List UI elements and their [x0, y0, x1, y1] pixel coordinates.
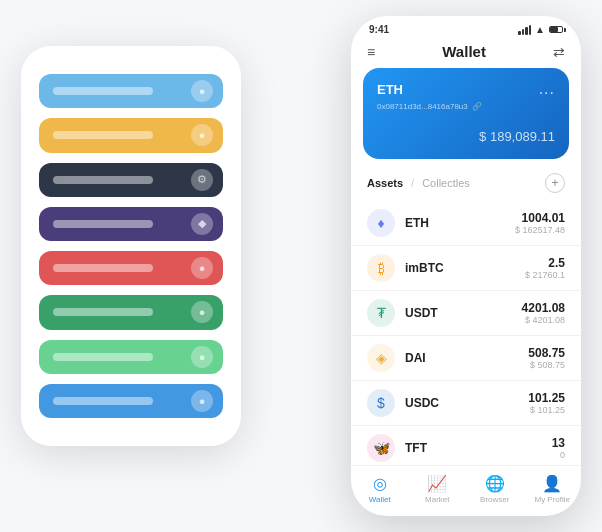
asset-item[interactable]: ♦ETH1004.01$ 162517.48: [351, 201, 581, 245]
nav-icon: ◎: [373, 474, 387, 493]
card-icon: ◆: [191, 213, 213, 235]
card-label: [53, 87, 153, 95]
asset-primary-amount: 1004.01: [515, 211, 565, 225]
asset-secondary-amount: $ 4201.08: [522, 315, 565, 325]
asset-item[interactable]: ₿imBTC2.5$ 21760.1: [351, 245, 581, 290]
nav-item-browser[interactable]: 🌐Browser: [466, 474, 524, 504]
asset-secondary-amount: $ 508.75: [528, 360, 565, 370]
asset-secondary-amount: 0: [552, 450, 565, 460]
asset-amounts: 101.25$ 101.25: [528, 391, 565, 415]
asset-amounts: 508.75$ 508.75: [528, 346, 565, 370]
asset-amounts: 1004.01$ 162517.48: [515, 211, 565, 235]
asset-name: ETH: [405, 216, 505, 230]
asset-primary-amount: 2.5: [525, 256, 565, 270]
nav-label: Wallet: [369, 495, 391, 504]
asset-secondary-amount: $ 21760.1: [525, 270, 565, 280]
eth-card-header: ETH ...: [377, 80, 555, 98]
card-icon: ●: [191, 346, 213, 368]
time-label: 9:41: [369, 24, 389, 35]
asset-primary-amount: 13: [552, 436, 565, 450]
tab-divider: /: [411, 177, 414, 189]
phone-back: ●●⚙◆●●●●: [21, 46, 241, 446]
tab-assets[interactable]: Assets: [367, 177, 403, 189]
card-label: [53, 220, 153, 228]
asset-icon: ₮: [367, 299, 395, 327]
asset-item[interactable]: ₮USDT4201.08$ 4201.08: [351, 290, 581, 335]
page-title: Wallet: [442, 43, 486, 60]
phone-front: 9:41 ▲ ≡ Wallet ⇄ ETH: [351, 16, 581, 516]
tab-collectibles[interactable]: Collectles: [422, 177, 470, 189]
asset-amounts: 4201.08$ 4201.08: [522, 301, 565, 325]
nav-label: My Profile: [534, 495, 570, 504]
currency-symbol: $: [479, 129, 490, 144]
asset-item[interactable]: 🦋TFT130: [351, 425, 581, 465]
asset-item[interactable]: ◈DAI508.75$ 508.75: [351, 335, 581, 380]
eth-card-menu[interactable]: ...: [539, 80, 555, 98]
nav-icon: 📈: [427, 474, 447, 493]
asset-secondary-amount: $ 162517.48: [515, 225, 565, 235]
eth-card-address: 0x08711d3d...8416a78u3 🔗: [377, 102, 555, 111]
nav-item-market[interactable]: 📈Market: [409, 474, 467, 504]
nav-label: Browser: [480, 495, 509, 504]
asset-list: ♦ETH1004.01$ 162517.48₿imBTC2.5$ 21760.1…: [351, 201, 581, 465]
asset-name: TFT: [405, 441, 542, 455]
asset-primary-amount: 101.25: [528, 391, 565, 405]
card-row[interactable]: ●: [39, 251, 223, 285]
asset-name: USDC: [405, 396, 518, 410]
asset-name: imBTC: [405, 261, 515, 275]
wifi-icon: ▲: [535, 24, 545, 35]
card-label: [53, 176, 153, 184]
asset-primary-amount: 508.75: [528, 346, 565, 360]
asset-name: USDT: [405, 306, 512, 320]
app-header: ≡ Wallet ⇄: [351, 39, 581, 68]
asset-icon: $: [367, 389, 395, 417]
card-icon: ●: [191, 124, 213, 146]
card-icon: ●: [191, 301, 213, 323]
card-row[interactable]: ⚙: [39, 163, 223, 197]
card-row[interactable]: ◆: [39, 207, 223, 241]
nav-item-my-profile[interactable]: 👤My Profile: [524, 474, 582, 504]
card-row[interactable]: ●: [39, 74, 223, 108]
status-icons: ▲: [518, 24, 563, 35]
card-icon: ●: [191, 80, 213, 102]
nav-label: Market: [425, 495, 449, 504]
asset-secondary-amount: $ 101.25: [528, 405, 565, 415]
asset-name: DAI: [405, 351, 518, 365]
card-label: [53, 353, 153, 361]
card-icon: ●: [191, 390, 213, 412]
asset-item[interactable]: $USDC101.25$ 101.25: [351, 380, 581, 425]
card-row[interactable]: ●: [39, 295, 223, 329]
nav-icon: 👤: [542, 474, 562, 493]
scan-icon[interactable]: ⇄: [553, 44, 565, 60]
nav-icon: 🌐: [485, 474, 505, 493]
asset-primary-amount: 4201.08: [522, 301, 565, 315]
asset-icon: ♦: [367, 209, 395, 237]
scene: ●●⚙◆●●●● 9:41 ▲ ≡ Wallet ⇄: [21, 16, 581, 516]
menu-icon[interactable]: ≡: [367, 44, 375, 60]
assets-tabs: Assets / Collectles: [367, 177, 470, 189]
asset-icon: 🦋: [367, 434, 395, 462]
status-bar: 9:41 ▲: [351, 16, 581, 39]
balance-value: 189,089.11: [490, 129, 555, 144]
nav-item-wallet[interactable]: ◎Wallet: [351, 474, 409, 504]
asset-icon: ₿: [367, 254, 395, 282]
assets-header: Assets / Collectles +: [351, 169, 581, 201]
battery-icon: [549, 26, 563, 33]
bottom-nav: ◎Wallet📈Market🌐Browser👤My Profile: [351, 465, 581, 516]
card-icon: ●: [191, 257, 213, 279]
card-label: [53, 397, 153, 405]
asset-icon: ◈: [367, 344, 395, 372]
card-row[interactable]: ●: [39, 384, 223, 418]
card-row[interactable]: ●: [39, 340, 223, 374]
card-row[interactable]: ●: [39, 118, 223, 152]
card-label: [53, 308, 153, 316]
eth-card[interactable]: ETH ... 0x08711d3d...8416a78u3 🔗 $ 189,0…: [363, 68, 569, 159]
eth-card-title: ETH: [377, 82, 403, 97]
card-icon: ⚙: [191, 169, 213, 191]
add-asset-button[interactable]: +: [545, 173, 565, 193]
card-label: [53, 131, 153, 139]
asset-amounts: 2.5$ 21760.1: [525, 256, 565, 280]
card-label: [53, 264, 153, 272]
asset-amounts: 130: [552, 436, 565, 460]
eth-card-amount: $ 189,089.11: [377, 121, 555, 147]
